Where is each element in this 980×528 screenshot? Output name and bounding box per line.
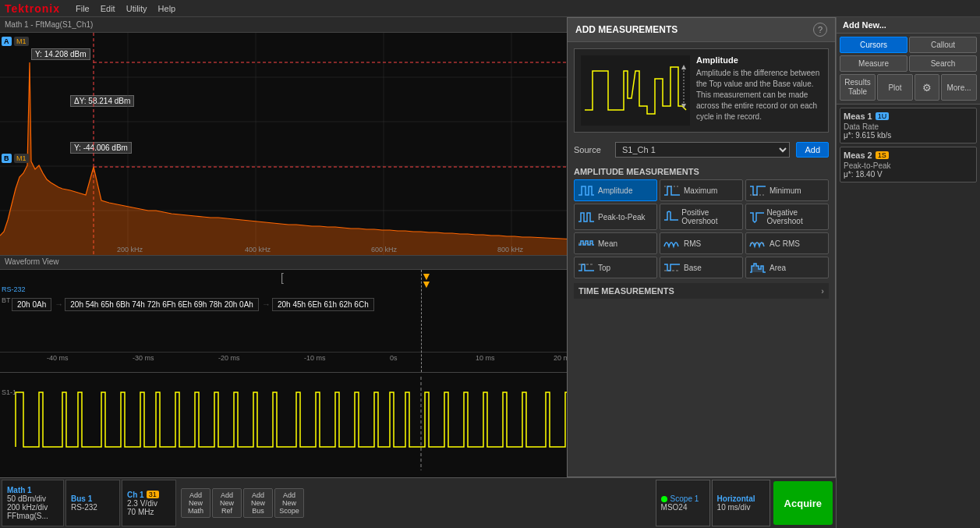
acquire-button[interactable]: Acquire [773,481,833,525]
meas-rms-btn[interactable]: RMS [660,232,743,254]
add-new-bus-btn[interactable]: AddNewBus [243,488,273,518]
nav-bracket-left: [ [281,271,284,284]
cursors-btn[interactable]: Cursors [840,37,907,53]
callout-btn[interactable]: Callout [909,37,977,53]
toolbar-row1: Cursors Callout [840,37,977,53]
status-bus1[interactable]: Bus 1 RS-232 [65,480,120,526]
right-panel: Add New... Cursors Callout Measure Searc… [836,17,980,528]
menu-edit[interactable]: Edit [101,4,115,13]
add-measurement-btn[interactable]: Add [796,142,829,158]
menu-utility[interactable]: Utility [126,4,147,13]
math1-title: Math 1 [7,486,32,494]
bt-label: BT [2,296,11,304]
meas-minimum-btn[interactable]: Minimum [745,179,829,201]
add-new-math-btn[interactable]: AddNewMath [181,488,211,518]
meas-mean-btn[interactable]: Mean [574,232,657,254]
math1-line3: FFtmag(S... [7,512,58,520]
add-meas-title: ADD MEASUREMENTS [575,24,678,35]
results-table-btn[interactable]: Results Table [840,74,876,101]
fft-title: Math 1 - FftMag(S1_Ch1) [5,20,93,29]
content-area: Math 1 - FftMag(S1_Ch1) ✕ A M1 Y: 14.208… [0,17,980,528]
meas-base-btn[interactable]: Base [660,257,743,278]
ch1-badge: 31 [147,491,159,498]
meas2-title: Meas 2 [844,151,872,160]
time-section-header[interactable]: TIME MEASUREMENTS › [574,283,829,299]
measurements-list: Meas 1 1U Data Rate μ*: 9.615 kb/s Meas … [837,105,980,528]
source-label: Source [574,145,609,154]
svg-rect-13 [581,55,690,126]
meas-top-btn[interactable]: Top [574,257,657,278]
more-btn[interactable]: More... [941,74,977,101]
meas-area-btn[interactable]: Area [745,257,829,278]
plot-btn[interactable]: Plot [877,74,913,101]
toolbar-row2: Measure Search [840,55,977,72]
source-select[interactable]: S1_Ch 1 [615,142,790,158]
add-measurements-panel: ADD MEASUREMENTS ? [567,17,836,477]
scope-model: MSO24 [661,503,705,512]
toolbar-row3: Results Table Plot ⚙ More... [840,74,977,101]
status-math1[interactable]: Math 1 50 dBm/div 200 kHz/div FFtmag(S..… [2,480,64,526]
meas2-value: μ*: 18.40 V [844,170,973,179]
ch-a-label: A [2,37,12,46]
amplitude-description: Amplitude Amplitude is the difference be… [696,55,822,126]
menubar: Tektronix File Edit Utility Help [0,0,980,17]
help-icon-circle[interactable]: ? [813,23,827,37]
rs232-label: RS-232 [2,285,26,293]
meas-acrms-btn[interactable]: AC RMS [745,232,829,254]
add-new-scope-btn[interactable]: AddNewScope [274,488,304,518]
menu-help[interactable]: Help [158,4,176,13]
s1-label: S1-1 [2,388,16,396]
meas1-item[interactable]: Meas 1 1U Data Rate μ*: 9.615 kb/s [840,108,977,144]
amplitude-chart-preview [581,55,690,126]
bus1-line1: RS-232 [71,503,115,512]
gear-icon-btn[interactable]: ⚙ [915,74,939,101]
ch1-line1: 2.3 V/div [127,499,171,508]
search-btn[interactable]: Search [909,55,977,72]
meas2-label: Peak-to-Peak [844,161,973,170]
m1-label-a: M1 [14,37,29,46]
math1-line2: 200 kHz/div [7,503,58,512]
amplitude-preview: Amplitude Amplitude is the difference be… [574,48,829,133]
meas2-badge: 1S [876,151,889,159]
meas1-label: Data Rate [844,122,973,131]
meas1-value: μ*: 9.615 kb/s [844,131,973,140]
ch1-title: Ch 1 [127,491,144,499]
amplitude-section-title: AMPLITUDE MEASUREMENTS [574,167,829,176]
status-bar: Math 1 50 dBm/div 200 kHz/div FFtmag(S..… [0,477,836,528]
horizontal-control[interactable]: Horizontal 10 ms/div [712,480,770,526]
app-container: Tektronix File Edit Utility Help Math 1 … [0,0,980,528]
menu-file[interactable]: File [76,4,90,13]
meas1-title: Meas 1 [844,112,872,121]
ch-b-label: B [2,154,12,163]
time-section-chevron: › [821,286,824,296]
m1-label-b: M1 [14,154,29,163]
right-toolbar: Cursors Callout Measure Search Results T… [837,34,980,105]
measurement-grid: Amplitude Maximum Minimum Peak-to-Peak [574,179,829,278]
horizontal-title: Horizontal [717,494,765,503]
measure-btn[interactable]: Measure [840,55,907,72]
meas1-badge: 1U [876,112,890,120]
meas-pos-overshoot-btn[interactable]: Positive Overshoot [660,204,743,230]
add-new-header: Add New... [837,17,980,34]
source-row: Source S1_Ch 1 Add [574,139,829,161]
horizontal-value: 10 ms/div [717,503,765,512]
scope-title: Scope 1 [670,494,699,503]
meas-amplitude-btn[interactable]: Amplitude [574,179,657,201]
meas-maximum-btn[interactable]: Maximum [660,179,743,201]
cursor-arrow2: ▼ [421,278,432,290]
meas-neg-overshoot-btn[interactable]: Negative Overshoot [745,204,829,230]
meas2-item[interactable]: Meas 2 1S Peak-to-Peak μ*: 18.40 V [840,147,977,182]
brand-logo: Tektronix [5,2,60,15]
ch1-line2: 70 MHz [127,508,171,516]
meas-ptp-btn[interactable]: Peak-to-Peak [574,204,657,230]
status-ch1[interactable]: Ch 1 31 2.3 V/div 70 MHz [122,480,176,526]
scope-info: Scope 1 MSO24 [656,480,710,526]
add-new-buttons: AddNewMath AddNewRef AddNewBus AddNewSco… [181,480,304,526]
add-new-ref-btn[interactable]: AddNewRef [212,488,242,518]
bus1-title: Bus 1 [71,494,115,503]
math1-line1: 50 dBm/div [7,494,58,503]
scope-dot [661,496,667,502]
add-meas-header: ADD MEASUREMENTS ? [568,18,835,42]
